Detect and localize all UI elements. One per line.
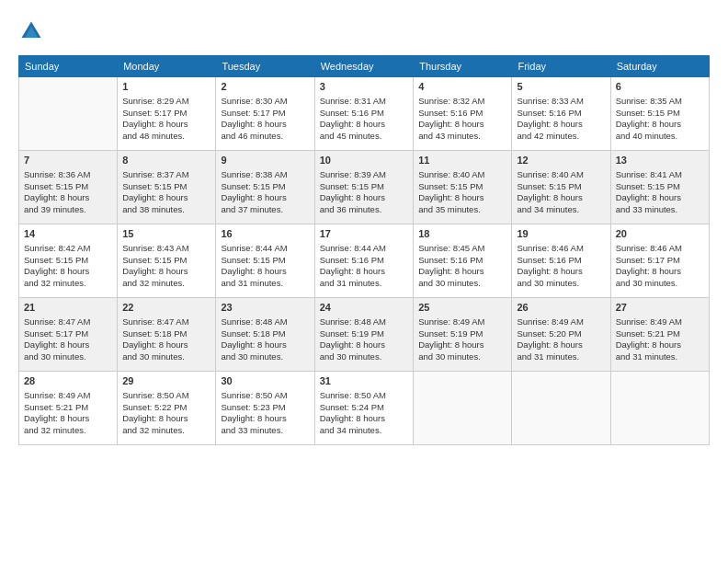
calendar-cell: 8Sunrise: 8:37 AM Sunset: 5:15 PM Daylig…: [118, 151, 216, 224]
day-number: 28: [24, 374, 112, 388]
calendar-cell: 16Sunrise: 8:44 AM Sunset: 5:15 PM Dayli…: [216, 224, 314, 298]
day-info: Sunrise: 8:50 AM Sunset: 5:24 PM Dayligh…: [320, 390, 408, 437]
calendar-cell: 1Sunrise: 8:29 AM Sunset: 5:17 PM Daylig…: [118, 77, 216, 151]
calendar-cell: [19, 77, 118, 151]
day-info: Sunrise: 8:45 AM Sunset: 5:16 PM Dayligh…: [418, 243, 506, 290]
day-header-friday: Friday: [512, 56, 610, 77]
day-number: 29: [122, 374, 210, 388]
day-number: 25: [418, 301, 506, 315]
calendar-cell: 2Sunrise: 8:30 AM Sunset: 5:17 PM Daylig…: [216, 77, 314, 151]
day-number: 26: [517, 301, 605, 315]
day-number: 22: [122, 301, 210, 315]
calendar-cell: 24Sunrise: 8:48 AM Sunset: 5:19 PM Dayli…: [314, 298, 413, 372]
day-number: 13: [616, 154, 704, 167]
day-number: 6: [616, 80, 704, 94]
week-row-3: 14Sunrise: 8:42 AM Sunset: 5:15 PM Dayli…: [19, 224, 710, 298]
day-info: Sunrise: 8:38 AM Sunset: 5:15 PM Dayligh…: [221, 169, 309, 216]
calendar-cell: 28Sunrise: 8:49 AM Sunset: 5:21 PM Dayli…: [19, 372, 118, 445]
calendar-cell: 14Sunrise: 8:42 AM Sunset: 5:15 PM Dayli…: [19, 224, 118, 298]
day-number: 27: [616, 301, 704, 315]
header: [18, 18, 710, 44]
day-number: 31: [320, 374, 408, 388]
day-number: 19: [517, 227, 605, 241]
calendar: SundayMondayTuesdayWednesdayThursdayFrid…: [18, 55, 710, 445]
calendar-cell: [414, 372, 512, 445]
day-header-tuesday: Tuesday: [216, 56, 314, 77]
day-info: Sunrise: 8:36 AM Sunset: 5:15 PM Dayligh…: [24, 169, 112, 216]
calendar-cell: 9Sunrise: 8:38 AM Sunset: 5:15 PM Daylig…: [216, 151, 314, 224]
calendar-cell: 5Sunrise: 8:33 AM Sunset: 5:16 PM Daylig…: [512, 77, 610, 151]
day-number: 17: [320, 227, 408, 241]
week-row-2: 7Sunrise: 8:36 AM Sunset: 5:15 PM Daylig…: [19, 151, 710, 224]
day-number: 23: [221, 301, 309, 315]
day-info: Sunrise: 8:32 AM Sunset: 5:16 PM Dayligh…: [418, 96, 506, 143]
calendar-cell: [610, 372, 709, 445]
day-info: Sunrise: 8:43 AM Sunset: 5:15 PM Dayligh…: [122, 243, 210, 290]
day-number: 8: [122, 154, 210, 167]
day-info: Sunrise: 8:48 AM Sunset: 5:18 PM Dayligh…: [221, 316, 309, 363]
calendar-cell: 23Sunrise: 8:48 AM Sunset: 5:18 PM Dayli…: [216, 298, 314, 372]
calendar-cell: 10Sunrise: 8:39 AM Sunset: 5:15 PM Dayli…: [314, 151, 413, 224]
day-info: Sunrise: 8:33 AM Sunset: 5:16 PM Dayligh…: [517, 96, 605, 143]
day-number: 3: [320, 80, 408, 94]
day-info: Sunrise: 8:50 AM Sunset: 5:23 PM Dayligh…: [221, 390, 309, 437]
day-number: 1: [122, 80, 210, 94]
calendar-cell: 18Sunrise: 8:45 AM Sunset: 5:16 PM Dayli…: [414, 224, 512, 298]
day-number: 24: [320, 301, 408, 315]
logo: [18, 18, 48, 44]
day-info: Sunrise: 8:49 AM Sunset: 5:21 PM Dayligh…: [616, 316, 704, 363]
day-info: Sunrise: 8:37 AM Sunset: 5:15 PM Dayligh…: [122, 169, 210, 216]
day-info: Sunrise: 8:44 AM Sunset: 5:16 PM Dayligh…: [320, 243, 408, 290]
week-row-4: 21Sunrise: 8:47 AM Sunset: 5:17 PM Dayli…: [19, 298, 710, 372]
day-number: 20: [616, 227, 704, 241]
day-info: Sunrise: 8:29 AM Sunset: 5:17 PM Dayligh…: [122, 96, 210, 143]
day-number: 11: [418, 154, 506, 167]
calendar-cell: 21Sunrise: 8:47 AM Sunset: 5:17 PM Dayli…: [19, 298, 118, 372]
header-row: SundayMondayTuesdayWednesdayThursdayFrid…: [19, 56, 710, 77]
day-number: 14: [24, 227, 112, 241]
day-info: Sunrise: 8:31 AM Sunset: 5:16 PM Dayligh…: [320, 96, 408, 143]
calendar-cell: 15Sunrise: 8:43 AM Sunset: 5:15 PM Dayli…: [118, 224, 216, 298]
day-info: Sunrise: 8:50 AM Sunset: 5:22 PM Dayligh…: [122, 390, 210, 437]
day-info: Sunrise: 8:48 AM Sunset: 5:19 PM Dayligh…: [320, 316, 408, 363]
calendar-cell: 19Sunrise: 8:46 AM Sunset: 5:16 PM Dayli…: [512, 224, 610, 298]
calendar-cell: 27Sunrise: 8:49 AM Sunset: 5:21 PM Dayli…: [610, 298, 709, 372]
calendar-cell: [512, 372, 610, 445]
day-number: 16: [221, 227, 309, 241]
day-info: Sunrise: 8:46 AM Sunset: 5:17 PM Dayligh…: [616, 243, 704, 290]
day-info: Sunrise: 8:30 AM Sunset: 5:17 PM Dayligh…: [221, 96, 309, 143]
calendar-cell: 30Sunrise: 8:50 AM Sunset: 5:23 PM Dayli…: [216, 372, 314, 445]
day-info: Sunrise: 8:46 AM Sunset: 5:16 PM Dayligh…: [517, 243, 605, 290]
day-number: 7: [24, 154, 112, 167]
day-info: Sunrise: 8:42 AM Sunset: 5:15 PM Dayligh…: [24, 243, 112, 290]
day-header-wednesday: Wednesday: [314, 56, 413, 77]
day-info: Sunrise: 8:44 AM Sunset: 5:15 PM Dayligh…: [221, 243, 309, 290]
calendar-cell: 12Sunrise: 8:40 AM Sunset: 5:15 PM Dayli…: [512, 151, 610, 224]
day-number: 18: [418, 227, 506, 241]
calendar-cell: 29Sunrise: 8:50 AM Sunset: 5:22 PM Dayli…: [118, 372, 216, 445]
day-info: Sunrise: 8:35 AM Sunset: 5:15 PM Dayligh…: [616, 96, 704, 143]
day-header-saturday: Saturday: [610, 56, 709, 77]
calendar-cell: 11Sunrise: 8:40 AM Sunset: 5:15 PM Dayli…: [414, 151, 512, 224]
calendar-cell: 17Sunrise: 8:44 AM Sunset: 5:16 PM Dayli…: [314, 224, 413, 298]
day-number: 12: [517, 154, 605, 167]
day-header-monday: Monday: [118, 56, 216, 77]
day-number: 15: [122, 227, 210, 241]
day-info: Sunrise: 8:47 AM Sunset: 5:17 PM Dayligh…: [24, 316, 112, 363]
day-info: Sunrise: 8:49 AM Sunset: 5:19 PM Dayligh…: [418, 316, 506, 363]
day-info: Sunrise: 8:47 AM Sunset: 5:18 PM Dayligh…: [122, 316, 210, 363]
day-info: Sunrise: 8:49 AM Sunset: 5:21 PM Dayligh…: [24, 390, 112, 437]
day-number: 21: [24, 301, 112, 315]
calendar-cell: 7Sunrise: 8:36 AM Sunset: 5:15 PM Daylig…: [19, 151, 118, 224]
day-info: Sunrise: 8:41 AM Sunset: 5:15 PM Dayligh…: [616, 169, 704, 216]
day-info: Sunrise: 8:39 AM Sunset: 5:15 PM Dayligh…: [320, 169, 408, 216]
day-number: 5: [517, 80, 605, 94]
calendar-cell: 13Sunrise: 8:41 AM Sunset: 5:15 PM Dayli…: [610, 151, 709, 224]
calendar-cell: 31Sunrise: 8:50 AM Sunset: 5:24 PM Dayli…: [314, 372, 413, 445]
day-number: 2: [221, 80, 309, 94]
calendar-cell: 22Sunrise: 8:47 AM Sunset: 5:18 PM Dayli…: [118, 298, 216, 372]
calendar-cell: 4Sunrise: 8:32 AM Sunset: 5:16 PM Daylig…: [414, 77, 512, 151]
calendar-cell: 6Sunrise: 8:35 AM Sunset: 5:15 PM Daylig…: [610, 77, 709, 151]
day-number: 10: [320, 154, 408, 167]
day-number: 30: [221, 374, 309, 388]
